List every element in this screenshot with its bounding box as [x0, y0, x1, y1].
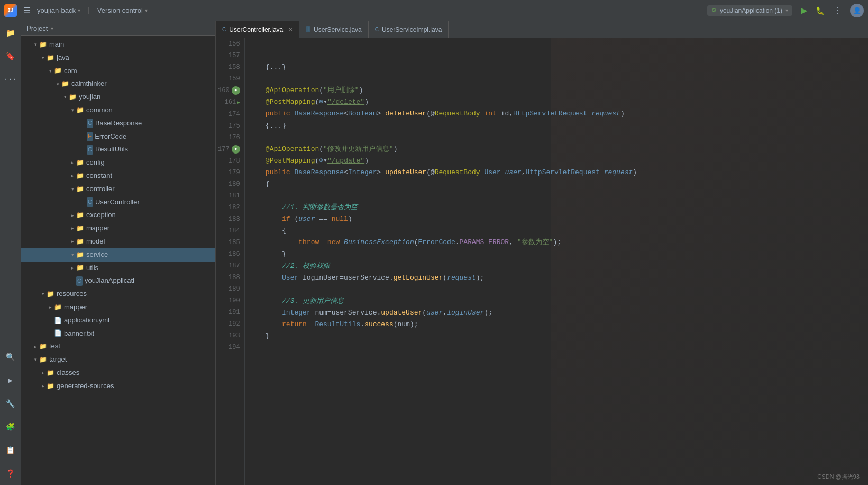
tree-item[interactable]: ▾ 📁 main	[21, 38, 215, 51]
tree-item[interactable]: ▸ 📁 exception	[21, 209, 215, 222]
line-number: 190	[218, 295, 240, 307]
tree-chevron-icon: ▾	[69, 251, 76, 258]
class-icon: C	[87, 197, 93, 207]
tree-item[interactable]: C ResultUtils	[21, 143, 215, 156]
tree-chevron-icon: ▾	[32, 356, 39, 363]
tree-item-label: youjian	[79, 92, 100, 103]
class-icon: C	[87, 145, 93, 155]
tree-chevron-icon: ▸	[69, 159, 76, 166]
tree-item[interactable]: ▾ 📁 service	[21, 248, 215, 262]
tree-item[interactable]: ▾ 📁 calmthinker	[21, 77, 215, 91]
run-config[interactable]: ⚙ youJianApplication (1) ▾	[707, 5, 792, 16]
folder-icon: 📁	[39, 342, 47, 352]
tab-close-icon[interactable]: ✕	[288, 26, 293, 32]
tree-item[interactable]: ▸ 📁 mapper	[21, 222, 215, 235]
code-line: Integer num=userService.updateUser(user,…	[249, 307, 864, 319]
debug-icon[interactable]: 🐛	[816, 6, 825, 15]
tree-chevron-icon: ▾	[54, 80, 61, 88]
tab-tab3[interactable]: C UserServiceImpl.java	[369, 21, 449, 38]
tree-item-label: classes	[57, 367, 79, 379]
sidebar-icon-more[interactable]: ···	[3, 72, 18, 87]
tree-item[interactable]: ▾ 📁 controller	[21, 183, 215, 196]
tree-item-label: utils	[86, 263, 98, 274]
txt-icon: 📄	[54, 328, 62, 338]
line-number: 188	[218, 272, 240, 283]
tree-chevron-icon: ▾	[39, 54, 47, 61]
sidebar-icon-tools[interactable]: 🔧	[3, 396, 18, 411]
tab-icon: I	[306, 26, 310, 32]
sidebar-icons: 📁 🔖 ··· 🔍 ▶ 🔧 🧩 📋 ❓	[0, 21, 21, 485]
tree-item[interactable]: ▾ 📁 target	[21, 353, 215, 366]
tree-item-label: resources	[57, 289, 87, 300]
tree-item[interactable]: C youJianApplicati	[21, 274, 215, 288]
tree-item[interactable]: ▸ 📁 generated-sources	[21, 380, 215, 393]
sidebar-icon-project[interactable]: 📁	[3, 25, 18, 40]
tree-item-label: main	[49, 39, 64, 50]
sidebar-icon-search[interactable]: 🔍	[3, 349, 18, 364]
sidebar-icon-help[interactable]: ❓	[3, 466, 18, 481]
tree-item-label: exception	[86, 210, 116, 221]
tree-item[interactable]: E ErrorCode	[21, 130, 215, 143]
tree-item[interactable]: C UserController	[21, 196, 215, 209]
avatar[interactable]: 👤	[850, 4, 864, 17]
sidebar-icon-git[interactable]: 📋	[3, 443, 18, 457]
code-line: {	[249, 178, 864, 190]
code-line: if (user == null)	[249, 213, 864, 225]
line-number: 194	[218, 342, 240, 353]
code-line: }	[249, 330, 864, 342]
tree-item[interactable]: C BaseResponse	[21, 117, 215, 130]
tree-item[interactable]: 📄 application.yml	[21, 314, 215, 327]
tree-item[interactable]: ▸ 📁 mapper	[21, 301, 215, 314]
line-number: 179	[218, 167, 240, 178]
tree-item[interactable]: ▸ 📁 utils	[21, 262, 215, 275]
code-content[interactable]: {...} @ApiOperation("用户删除") @PostMapping…	[245, 38, 868, 485]
tab-tab1[interactable]: C UserController.java ✕	[216, 21, 299, 38]
tree-chevron-icon: ▸	[69, 238, 76, 245]
code-line: User loginUser=userService.getLoginUser(…	[249, 272, 864, 284]
tree-item-label: calmthinker	[71, 78, 106, 89]
sidebar-icon-plugins[interactable]: 🧩	[3, 419, 18, 434]
code-line: @ApiOperation("用户删除")	[249, 85, 864, 96]
file-tree[interactable]: ▾ 📁 main ▾ 📁 java ▾ 📁 com ▾ 📁 calmthinke…	[21, 36, 215, 485]
tree-item[interactable]: ▸ 📁 test	[21, 340, 215, 353]
tree-item[interactable]: ▾ 📁 com	[21, 65, 215, 78]
tree-item[interactable]: 📄 banner.txt	[21, 327, 215, 340]
sidebar-icon-run[interactable]: ▶	[3, 373, 18, 388]
tree-item[interactable]: ▸ 📁 classes	[21, 366, 215, 380]
tree-item[interactable]: ▸ 📁 config	[21, 156, 215, 169]
tab-tab2[interactable]: I UserService.java	[299, 21, 368, 38]
tree-item-label: BaseResponse	[95, 118, 142, 129]
app-icon: C	[76, 276, 83, 286]
tree-item[interactable]: ▸ 📁 constant	[21, 169, 215, 183]
tree-item-label: ErrorCode	[95, 131, 126, 142]
tree-item[interactable]: ▾ 📁 youjian	[21, 91, 215, 104]
tree-item[interactable]: ▾ 📁 resources	[21, 288, 215, 301]
tree-chevron-icon: ▸	[69, 264, 76, 272]
tree-item[interactable]: ▸ 📁 model	[21, 235, 215, 248]
enum-icon: E	[87, 132, 93, 141]
sidebar-icon-bookmarks[interactable]: 🔖	[3, 49, 18, 64]
tree-chevron-icon: ▾	[69, 106, 76, 114]
panel-header: Project ▾	[21, 21, 215, 36]
line-number: 175	[218, 120, 240, 132]
tree-item[interactable]: ▾ 📁 common	[21, 104, 215, 117]
code-line	[249, 284, 864, 295]
code-editor[interactable]: 156157158159160●161▶174175176177●1781791…	[216, 38, 868, 485]
breakpoint-icon[interactable]: ●	[232, 86, 240, 95]
tree-item[interactable]: ▾ 📁 java	[21, 51, 215, 65]
code-line	[249, 342, 864, 354]
hamburger-icon[interactable]: ☰	[23, 5, 31, 16]
project-name[interactable]: youjian-back ▾	[37, 6, 80, 14]
code-line: public BaseResponse<Integer> updateUser(…	[249, 167, 864, 178]
more-options-icon[interactable]: ⋮	[833, 5, 842, 15]
code-line: @PostMapping(⊕▾"/update")	[249, 155, 864, 167]
folder-icon: 📁	[76, 223, 84, 233]
folder-icon: 📁	[47, 368, 54, 378]
yaml-icon: 📄	[54, 316, 62, 326]
watermark: CSDN @摇光93	[817, 473, 860, 481]
collapse-icon[interactable]: ▶	[237, 100, 240, 105]
breakpoint-icon[interactable]: ●	[232, 145, 240, 154]
run-icon[interactable]: ▶	[801, 5, 807, 15]
version-control[interactable]: Version control ▾	[97, 6, 148, 14]
top-bar-left: IJ ☰ youjian-back ▾ | Version control ▾	[4, 4, 148, 17]
